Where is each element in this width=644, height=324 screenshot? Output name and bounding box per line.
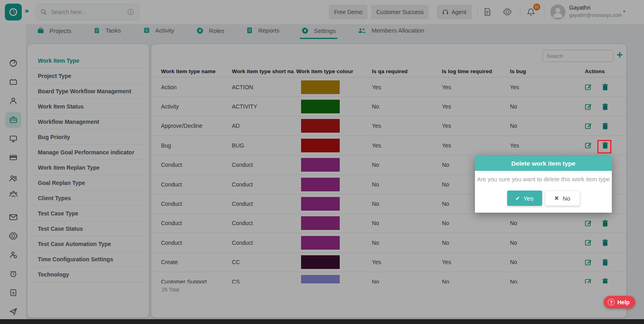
delete-work-item-type-dialog: Delete work item type Are you sure you w… — [475, 156, 612, 213]
confirm-yes-button[interactable]: ✔ Yes — [507, 191, 542, 206]
check-icon: ✔ — [516, 195, 520, 201]
dialog-title: Delete work item type — [475, 156, 612, 171]
click-target-annotation — [597, 140, 611, 154]
confirm-no-button[interactable]: ✖ No — [545, 191, 580, 206]
help-button[interactable]: ? Help — [604, 296, 635, 308]
dialog-message: Are you sure you want to delete this wor… — [475, 176, 612, 183]
question-icon: ? — [608, 299, 615, 306]
close-icon: ✖ — [554, 195, 559, 201]
